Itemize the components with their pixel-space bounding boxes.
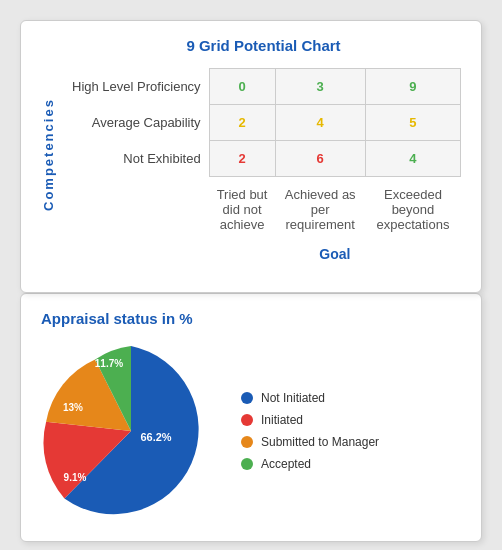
goal-label: Goal xyxy=(209,242,460,272)
legend-label-red: Initiated xyxy=(261,413,303,427)
appraisal-content: 66.2% 9.1% 13% 11.7% Not Initiated Initi… xyxy=(41,341,461,521)
row-label-2: Average Capability xyxy=(66,105,209,141)
legend-dot-red xyxy=(241,414,253,426)
grid-table: High Level Proficiency 0 3 9 Average Cap… xyxy=(66,68,461,272)
pie-label-red: 9.1% xyxy=(64,472,87,483)
pie-chart: 66.2% 9.1% 13% 11.7% xyxy=(41,341,221,521)
legend-dot-orange xyxy=(241,436,253,448)
goal-label-row: Goal xyxy=(66,242,461,272)
cell-2-3: 5 xyxy=(365,105,460,141)
chart-title: 9 Grid Potential Chart xyxy=(66,37,461,54)
legend-dot-blue xyxy=(241,392,253,404)
table-row: High Level Proficiency 0 3 9 xyxy=(66,69,461,105)
legend-item-blue: Not Initiated xyxy=(241,391,379,405)
pie-label-green: 11.7% xyxy=(95,358,123,369)
cell-2-2: 4 xyxy=(275,105,365,141)
col-header-3: Exceeded beyond expectations xyxy=(365,177,460,243)
legend-item-orange: Submitted to Manager xyxy=(241,435,379,449)
cell-2-1: 2 xyxy=(209,105,275,141)
legend-label-blue: Not Initiated xyxy=(261,391,325,405)
col-header-row: Tried but did not achieve Achieved as pe… xyxy=(66,177,461,243)
cell-3-1: 2 xyxy=(209,141,275,177)
col-header-2: Achieved as per requirement xyxy=(275,177,365,243)
legend: Not Initiated Initiated Submitted to Man… xyxy=(241,391,379,471)
cell-3-3: 4 xyxy=(365,141,460,177)
pie-label-blue: 66.2% xyxy=(140,431,171,443)
pie-label-orange: 13% xyxy=(63,402,83,413)
table-row: Not Exhibited 2 6 4 xyxy=(66,141,461,177)
cell-1-3: 9 xyxy=(365,69,460,105)
legend-label-green: Accepted xyxy=(261,457,311,471)
col-header-1: Tried but did not achieve xyxy=(209,177,275,243)
row-label-1: High Level Proficiency xyxy=(66,69,209,105)
competencies-label: Competencies xyxy=(41,37,56,272)
pie-svg: 66.2% 9.1% 13% 11.7% xyxy=(41,341,221,521)
cell-1-1: 0 xyxy=(209,69,275,105)
legend-label-orange: Submitted to Manager xyxy=(261,435,379,449)
grid-section: 9 Grid Potential Chart High Level Profic… xyxy=(66,37,461,272)
appraisal-title: Appraisal status in % xyxy=(41,310,461,327)
bottom-card: Appraisal status in % 66.2% 9.1% xyxy=(20,293,482,542)
cell-3-2: 6 xyxy=(275,141,365,177)
legend-dot-green xyxy=(241,458,253,470)
legend-item-red: Initiated xyxy=(241,413,379,427)
legend-item-green: Accepted xyxy=(241,457,379,471)
cell-1-2: 3 xyxy=(275,69,365,105)
page-container: Competencies 9 Grid Potential Chart High… xyxy=(20,20,482,542)
top-card: Competencies 9 Grid Potential Chart High… xyxy=(20,20,482,293)
row-label-3: Not Exhibited xyxy=(66,141,209,177)
table-row: Average Capability 2 4 5 xyxy=(66,105,461,141)
col-header-empty xyxy=(66,177,209,243)
